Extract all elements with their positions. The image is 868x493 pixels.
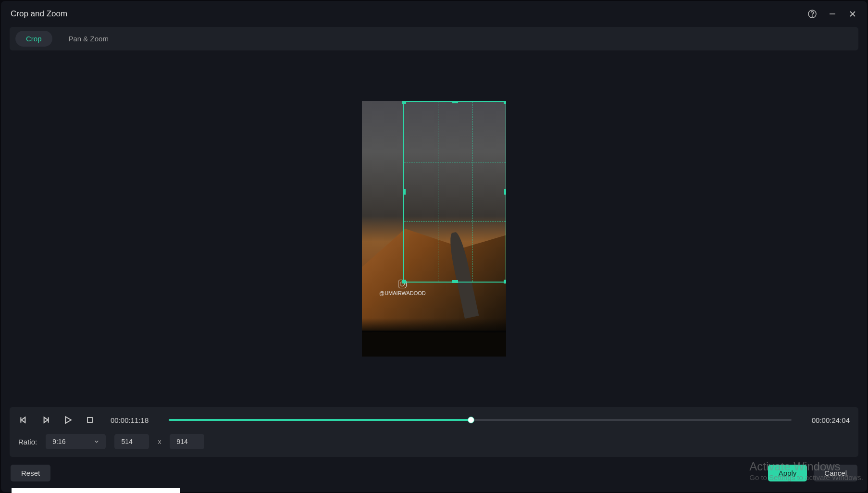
timeline-thumb[interactable] bbox=[468, 417, 474, 423]
ratio-row: Ratio: 9:16 x bbox=[18, 434, 850, 449]
balcony-rail bbox=[362, 331, 506, 333]
crop-grid-line bbox=[404, 222, 506, 222]
titlebar: Crop and Zoom bbox=[1, 1, 867, 27]
watermark-handle: @UMAIRWADOOD bbox=[379, 290, 426, 296]
ratio-value: 9:16 bbox=[52, 438, 65, 445]
width-input[interactable] bbox=[114, 434, 149, 449]
chevron-down-icon bbox=[94, 439, 99, 444]
play-button[interactable] bbox=[62, 415, 73, 425]
svg-marker-7 bbox=[44, 417, 48, 422]
crop-handle-bm[interactable] bbox=[452, 280, 458, 283]
balcony-graphic bbox=[362, 318, 506, 357]
reset-button[interactable]: Reset bbox=[11, 465, 50, 481]
crop-handle-bl[interactable] bbox=[402, 280, 406, 283]
playback-row: 00:00:11:18 00:00:24:04 bbox=[18, 415, 850, 425]
crop-rectangle[interactable] bbox=[403, 101, 506, 283]
crop-handle-tm[interactable] bbox=[452, 101, 458, 103]
crop-zoom-window: Crop and Zoom bbox=[1, 1, 867, 492]
crop-grid-line bbox=[472, 102, 472, 282]
close-icon[interactable] bbox=[848, 9, 857, 19]
bottom-strip bbox=[12, 488, 180, 493]
tab-pan-zoom[interactable]: Pan & Zoom bbox=[58, 31, 119, 47]
next-frame-button[interactable] bbox=[40, 415, 51, 425]
timeline-slider[interactable] bbox=[169, 419, 792, 421]
help-icon[interactable] bbox=[807, 9, 817, 19]
crop-grid-line bbox=[404, 162, 506, 162]
prev-frame-button[interactable] bbox=[18, 415, 29, 425]
footer-actions: Apply Cancel bbox=[768, 465, 857, 481]
minimize-icon[interactable] bbox=[828, 9, 837, 19]
crop-handle-mr[interactable] bbox=[504, 189, 506, 195]
crop-handle-tr[interactable] bbox=[504, 101, 506, 104]
tab-crop[interactable]: Crop bbox=[15, 31, 52, 47]
crop-handle-tl[interactable] bbox=[402, 101, 406, 104]
dimension-separator: x bbox=[158, 438, 161, 445]
stop-button[interactable] bbox=[85, 415, 95, 425]
crop-handle-ml[interactable] bbox=[403, 189, 406, 195]
ratio-label: Ratio: bbox=[18, 438, 37, 446]
crop-handle-br[interactable] bbox=[504, 280, 506, 283]
svg-point-1 bbox=[812, 16, 812, 16]
total-time: 00:00:24:04 bbox=[812, 416, 850, 424]
content-area: Crop Pan & Zoom @UMAIRWADOOD bbox=[1, 27, 867, 492]
footer-row: Reset Apply Cancel bbox=[10, 463, 858, 483]
current-time: 00:00:11:18 bbox=[111, 416, 149, 424]
apply-button[interactable]: Apply bbox=[768, 465, 807, 481]
height-input[interactable] bbox=[170, 434, 204, 449]
timeline-fill bbox=[169, 419, 471, 421]
crop-grid-line bbox=[438, 102, 438, 282]
preview-area[interactable]: @UMAIRWADOOD bbox=[10, 56, 858, 401]
svg-marker-5 bbox=[22, 417, 25, 422]
controls-bar: 00:00:11:18 00:00:24:04 Ratio: 9:16 x bbox=[10, 407, 858, 457]
video-frame: @UMAIRWADOOD bbox=[362, 101, 506, 357]
svg-marker-9 bbox=[66, 417, 71, 423]
window-title: Crop and Zoom bbox=[11, 9, 67, 19]
titlebar-buttons bbox=[807, 9, 857, 19]
svg-rect-10 bbox=[87, 418, 92, 422]
cancel-button[interactable]: Cancel bbox=[814, 465, 857, 481]
tabs-bar: Crop Pan & Zoom bbox=[10, 27, 858, 50]
ratio-select[interactable]: 9:16 bbox=[46, 434, 106, 449]
